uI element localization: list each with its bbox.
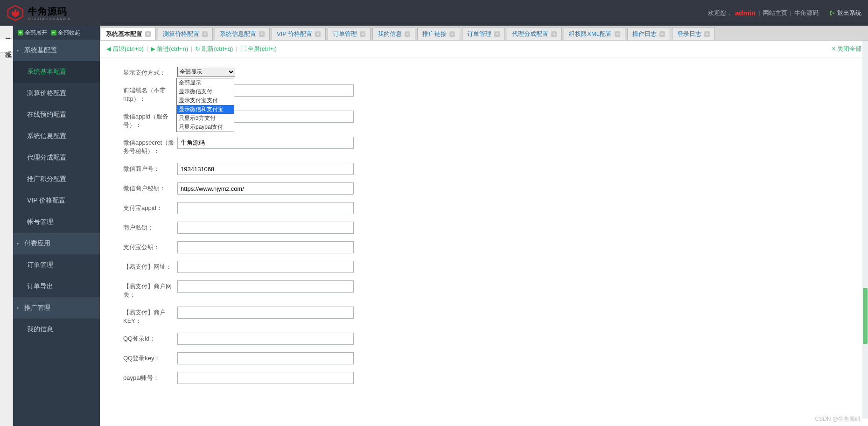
sidebar-item-orders[interactable]: 订单管理 bbox=[13, 254, 100, 276]
dd-option-ali[interactable]: 显示支付宝支付 bbox=[177, 96, 234, 105]
user-name: admin bbox=[735, 9, 756, 17]
tab-xml[interactable]: 组权限XML配置× bbox=[564, 27, 625, 40]
dd-option-3rd[interactable]: 只显示3方支付 bbox=[177, 114, 234, 123]
link-brand[interactable]: 牛角源码 bbox=[794, 9, 819, 17]
sidebar-item-account[interactable]: 帐号管理 bbox=[13, 211, 100, 233]
paypal-label: paypal账号： bbox=[123, 372, 177, 382]
sidebar-item-sysinfo[interactable]: 系统信息配置 bbox=[13, 126, 100, 147]
mchkey-input[interactable] bbox=[177, 182, 354, 195]
toolbar: ◀后退(ctrl+b) | ▶前进(ctrl+n) | ↻刷新(ctrl+q) … bbox=[100, 41, 868, 57]
tab-promolink[interactable]: 推广链接× bbox=[417, 27, 460, 40]
tab-agent[interactable]: 代理分成配置× bbox=[507, 27, 562, 40]
logo: 牛角源码 NIUJIAOYUANMA bbox=[7, 4, 71, 22]
tab-oplog[interactable]: 操作日志× bbox=[627, 27, 670, 40]
paypal-input[interactable] bbox=[177, 372, 354, 384]
ezf-url-input[interactable] bbox=[177, 261, 354, 273]
collapse-all-button[interactable]: −全部收起 bbox=[51, 29, 80, 37]
close-icon[interactable]: × bbox=[494, 31, 500, 37]
qqkey-input[interactable] bbox=[177, 352, 354, 364]
qqid-label: QQ登录id： bbox=[123, 333, 177, 343]
sidebar-item-vip[interactable]: VIP 价格配置 bbox=[13, 190, 100, 211]
tab-price[interactable]: 测算价格配置× bbox=[158, 27, 213, 40]
close-icon[interactable]: × bbox=[360, 31, 365, 37]
dd-option-wx-ali[interactable]: 显示微信和支付宝 bbox=[177, 105, 234, 114]
tab-orders[interactable]: 订单管理× bbox=[328, 27, 371, 40]
sidebar-item-booking[interactable]: 在线预约配置 bbox=[13, 104, 100, 126]
forward-button[interactable]: ▶前进(ctrl+n) bbox=[151, 45, 188, 53]
sidebar-group-promote[interactable]: 推广管理 bbox=[13, 297, 100, 319]
mch-priv-input[interactable] bbox=[177, 222, 354, 234]
refresh-button[interactable]: ↻刷新(ctrl+q) bbox=[195, 45, 233, 53]
plus-icon: + bbox=[18, 30, 23, 35]
scrollbar[interactable] bbox=[862, 41, 868, 419]
close-icon[interactable]: × bbox=[615, 31, 620, 37]
ali-appid-input[interactable] bbox=[177, 202, 354, 214]
dd-option-wx[interactable]: 显示微信支付 bbox=[177, 87, 234, 96]
sidebar-item-price[interactable]: 测算价格配置 bbox=[13, 83, 100, 104]
appid-label: 微信appid（服务号）： bbox=[123, 111, 177, 129]
sidebar-item-sysbase[interactable]: 系统基本配置 bbox=[13, 61, 100, 83]
close-icon[interactable]: × bbox=[202, 31, 208, 37]
back-button[interactable]: ◀后退(ctrl+b) bbox=[106, 45, 144, 53]
arrow-right-icon: ▶ bbox=[151, 45, 155, 52]
close-icon[interactable]: × bbox=[449, 31, 455, 37]
sidebar-item-promo[interactable]: 推广积分配置 bbox=[13, 168, 100, 190]
arrow-left-icon: ◀ bbox=[106, 45, 111, 52]
tab-vip[interactable]: VIP 价格配置× bbox=[272, 27, 326, 40]
ali-pub-input[interactable] bbox=[177, 241, 354, 253]
brand-sub: NIUJIAOYUANMA bbox=[28, 17, 71, 21]
sidebar-item-myinfo[interactable]: 我的信息 bbox=[13, 319, 100, 340]
sidebar-group-system[interactable]: 系统基配置 bbox=[13, 40, 100, 61]
sidebar: +全部展开 −全部收起 系统基配置 系统基本配置 测算价格配置 在线预约配置 系… bbox=[13, 26, 100, 426]
ezf-url-label: 【易支付】网址： bbox=[123, 261, 177, 271]
pay-method-select[interactable]: 全部显示 bbox=[177, 67, 235, 77]
domain-label: 前端域名（不带http）： bbox=[123, 84, 177, 103]
link-site-home[interactable]: 网站主页 bbox=[763, 9, 787, 17]
ezf-key-label: 【易支付】商户KEY： bbox=[123, 307, 177, 325]
ezf-key-input[interactable] bbox=[177, 307, 354, 319]
pay-method-label: 显示支付方式： bbox=[123, 67, 177, 77]
divider: | bbox=[758, 9, 760, 16]
scrollbar-thumb[interactable] bbox=[863, 288, 868, 344]
ezf-gw-input[interactable] bbox=[177, 280, 354, 293]
minus-icon: − bbox=[51, 30, 56, 35]
mch-label: 微信商户号： bbox=[123, 163, 177, 173]
divider: | bbox=[790, 9, 791, 16]
tab-myinfo[interactable]: 我的信息× bbox=[372, 27, 415, 40]
secret-label: 微信appsecret（服务号秘钥）： bbox=[123, 137, 177, 155]
sidebar-item-export[interactable]: 订单导出 bbox=[13, 276, 100, 297]
tab-orders2[interactable]: 订单管理× bbox=[462, 27, 505, 40]
tab-sysinfo[interactable]: 系统信息配置× bbox=[215, 27, 270, 40]
sidebar-group-paid[interactable]: 付费应用 bbox=[13, 233, 100, 254]
close-icon[interactable]: × bbox=[259, 31, 265, 37]
fullscreen-button[interactable]: ⛶全屏(ctrl+i) bbox=[240, 45, 277, 53]
qqkey-label: QQ登录key： bbox=[123, 352, 177, 363]
dd-option-all[interactable]: 全部显示 bbox=[177, 78, 234, 87]
sidebar-item-agent[interactable]: 代理分成配置 bbox=[13, 147, 100, 168]
close-icon[interactable]: × bbox=[145, 31, 151, 37]
header-right: 欢迎您， admin | 网站主页 | 牛角源码 退出系统 bbox=[708, 9, 861, 17]
close-icon[interactable]: × bbox=[405, 31, 410, 37]
close-icon[interactable]: × bbox=[659, 31, 665, 37]
sidebar-actions: +全部展开 −全部收起 bbox=[13, 26, 100, 40]
ezf-gw-label: 【易支付】商户网关： bbox=[123, 280, 177, 299]
col-nav-system[interactable]: 系统 bbox=[0, 39, 13, 53]
qqid-input[interactable] bbox=[177, 333, 354, 345]
close-icon[interactable]: × bbox=[704, 31, 710, 37]
tab-loginlog[interactable]: 登录日志× bbox=[672, 27, 715, 40]
close-icon[interactable]: × bbox=[551, 31, 557, 37]
expand-all-button[interactable]: +全部展开 bbox=[18, 29, 47, 37]
watermark: CSDN @牛角源码 bbox=[815, 415, 861, 423]
dd-option-paypal[interactable]: 只显示paypal支付 bbox=[177, 123, 234, 132]
close-icon[interactable]: × bbox=[315, 31, 321, 37]
logo-icon bbox=[7, 4, 24, 22]
secret-input[interactable] bbox=[177, 137, 354, 149]
tab-sysbase[interactable]: 系统基本配置× bbox=[101, 27, 156, 40]
ali-pub-label: 支付宝公钥： bbox=[123, 241, 177, 251]
divider: | bbox=[147, 45, 148, 52]
ali-appid-label: 支付宝appid： bbox=[123, 202, 177, 212]
mch-input[interactable] bbox=[177, 163, 354, 175]
close-all-button[interactable]: ✕关闭全部 bbox=[832, 45, 861, 53]
exit-button[interactable]: 退出系统 bbox=[829, 9, 861, 17]
col-nav-fortune[interactable]: 算命频道 bbox=[0, 26, 13, 39]
